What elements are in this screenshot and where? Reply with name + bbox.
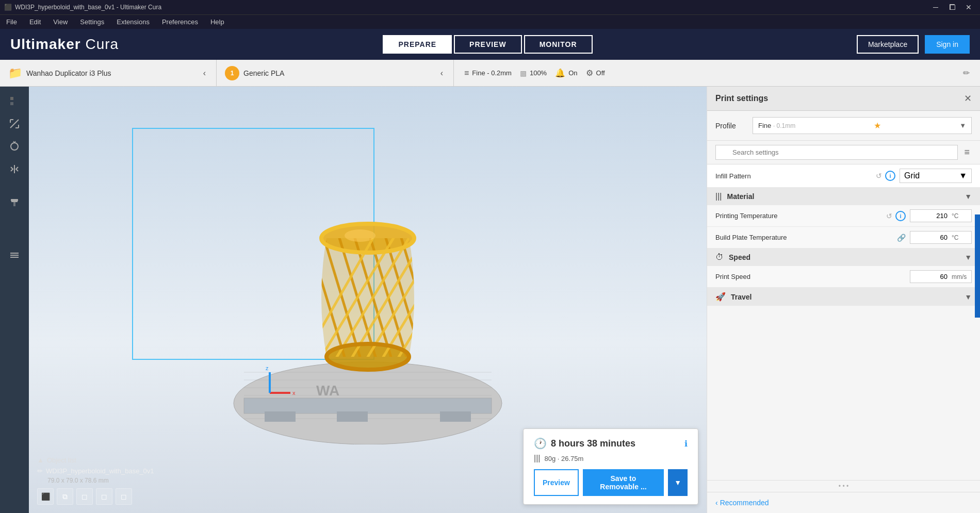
speed-section-header[interactable]: ⏱ Speed ▼ [707,249,980,266]
menu-view[interactable]: View [51,17,70,27]
print-speed-input[interactable] [910,271,952,283]
support-icon: 🔔 [555,68,565,78]
tool-scale[interactable] [4,113,25,134]
material-section-header[interactable]: ||| Material ▼ [707,188,980,205]
profile-edit-button[interactable]: ✏ [963,68,970,78]
logo-bold: Ultimaker [10,36,81,52]
travel-chevron-icon: ▼ [965,293,972,301]
speed-chevron-icon: ▼ [965,253,972,261]
svg-rect-3 [11,201,18,202]
scroll-indicator: • • • [707,480,980,492]
travel-section-header[interactable]: 🚀 Travel ▼ [707,288,980,306]
speed-label: Speed [729,253,959,261]
close-button[interactable]: ✕ [961,0,976,14]
material-name: Generic PLA [243,69,434,77]
object-list-header: ▲ Object list [37,456,154,464]
svg-rect-1 [10,102,13,105]
infill-pattern-row: Infill Pattern ↺ i Grid ▼ [707,164,980,188]
print-speed-value-wrap: mm/s [910,270,972,283]
material-label: Material [727,192,959,201]
folder-icon[interactable]: 📁 [8,67,22,80]
header: Ultimaker Cura PREPARE PREVIEW MONITOR M… [0,29,980,60]
settings-menu-button[interactable]: ≡ [962,145,972,160]
material-chevron[interactable]: ‹ [438,67,445,80]
search-row: ≡ [707,141,980,164]
nav-prepare[interactable]: PREPARE [383,35,452,54]
print-settings-close[interactable]: ✕ [964,93,972,104]
printing-temp-input[interactable] [910,210,952,222]
marketplace-button[interactable]: Marketplace [857,35,919,54]
printing-temp-info[interactable]: i [895,211,906,221]
save-dropdown-button[interactable]: ▼ [668,469,688,496]
obj-action-1[interactable]: ⬛ [37,488,54,505]
recommended-label: Recommended [720,499,769,507]
tool-move[interactable] [4,91,25,111]
profile-select[interactable]: Fine · 0.1mm ★ ▼ [753,117,972,134]
tool-mirror[interactable] [4,159,25,179]
obj-action-3[interactable]: ◻ [76,488,93,505]
clock-icon: 🕐 [534,437,547,450]
estimate-panel: 🕐 8 hours 38 minutes ℹ ||| 80g · 26.75m … [523,428,698,505]
obj-action-5[interactable]: ◻ [116,488,132,505]
build-plate-temp-input[interactable] [910,231,952,243]
profile-star-icon: ★ [874,121,881,130]
printing-temp-label: Printing Temperature [715,212,886,220]
obj-action-4[interactable]: ◻ [96,488,112,505]
profile-name: Fine - 0.2mm [472,69,512,77]
nav-preview[interactable]: PREVIEW [454,35,522,54]
svg-rect-8 [10,257,19,258]
tool-rotate[interactable] [4,136,25,157]
menu-extensions[interactable]: Extensions [115,17,152,27]
logo-light: Cura [81,36,119,52]
infill-dropdown[interactable]: Grid ▼ [900,169,972,183]
search-wrap [715,145,958,160]
printer-chevron[interactable]: ‹ [201,67,208,80]
header-nav: PREPARE PREVIEW MONITOR [383,35,592,54]
nav-monitor[interactable]: MONITOR [524,35,593,54]
printing-temp-unit: °C [952,212,962,220]
profile-fine-label: Fine · 0.1mm [758,122,795,129]
build-plate-value-wrap: °C [910,231,972,244]
adhesion-value: Off [596,69,605,77]
menu-settings[interactable]: Settings [78,17,106,27]
link-icon[interactable]: 🔗 [897,234,906,242]
restore-button[interactable]: ⧠ [945,0,959,14]
settings-search-input[interactable] [715,145,958,160]
object-list-item: ✏ WDI3P_hyperboloid_with_base_0v1 [37,467,154,475]
minimize-button[interactable]: ─ [928,0,943,14]
save-button[interactable]: Save to Removable ... [583,469,664,496]
svg-rect-17 [244,398,492,413]
signin-button[interactable]: Sign in [925,35,970,54]
print-speed-label: Print Speed [715,273,910,280]
obj-action-2[interactable]: ⧉ [57,488,73,505]
tool-layer[interactable] [4,245,25,266]
menu-edit[interactable]: Edit [27,17,43,27]
main: WA [0,87,980,513]
menu-file[interactable]: File [4,17,19,27]
svg-rect-20 [337,411,368,422]
preview-button[interactable]: Preview [534,469,579,496]
svg-rect-4 [13,202,15,206]
estimate-actions: Preview Save to Removable ... ▼ [534,469,688,496]
menu-preferences[interactable]: Preferences [160,17,200,27]
info-icon[interactable]: ℹ [684,439,688,449]
profile-section: ≡ Fine - 0.2mm ▩ 100% 🔔 On ⚙ Off ✏ [454,60,980,86]
svg-rect-19 [440,411,471,422]
object-actions: ⬛ ⧉ ◻ ◻ ◻ [37,488,154,505]
print-speed-unit: mm/s [952,273,971,280]
printer-section: 📁 Wanhao Duplicator i3 Plus ‹ [0,60,217,86]
svg-rect-5 [11,199,18,201]
infill-reset-button[interactable]: ↺ [876,172,882,180]
infill-info-button[interactable]: i [885,171,895,181]
menu-help[interactable]: Help [208,17,226,27]
time-value: 8 hours 38 minutes [551,438,680,449]
material-icon: ||| [715,192,722,201]
logo: Ultimaker Cura [10,36,119,53]
travel-icon: 🚀 [715,292,726,302]
print-settings-title: Print settings [715,94,768,103]
printing-temp-reset[interactable]: ↺ [886,212,892,220]
recommended-button[interactable]: ‹ Recommended [715,499,769,507]
tool-support[interactable] [4,192,25,212]
panel-scrollbar[interactable] [975,214,980,318]
header-right: Marketplace Sign in [857,35,970,54]
